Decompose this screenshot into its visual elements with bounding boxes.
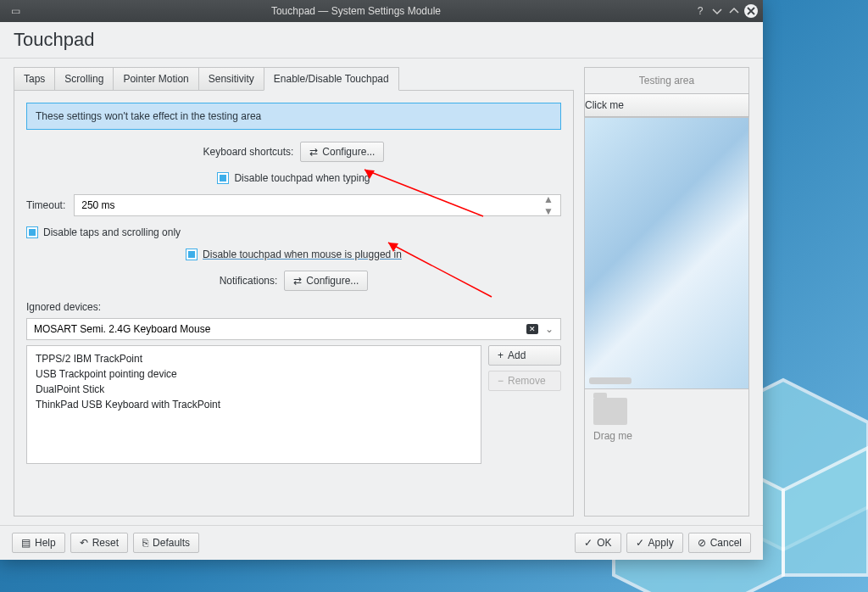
- apply-button[interactable]: ✓Apply: [626, 533, 683, 553]
- dragme-label: Drag me: [593, 430, 632, 442]
- testing-scrollbar[interactable]: [589, 377, 632, 384]
- reset-button[interactable]: ↶Reset: [70, 533, 128, 553]
- disable-taps-scroll-label: Disable taps and scrolling only: [43, 226, 181, 238]
- tab-content: These settings won't take effect in the …: [14, 90, 574, 517]
- remove-device-button: − Remove: [488, 371, 561, 391]
- timeout-value: 250 ms: [81, 199, 543, 211]
- configure-notifications-label: Configure...: [306, 275, 359, 287]
- cancel-x-icon: ⊘: [698, 537, 706, 549]
- defaults-button[interactable]: ⎘Defaults: [133, 533, 199, 553]
- list-item[interactable]: ThinkPad USB Keyboard with TrackPoint: [36, 397, 472, 412]
- list-item[interactable]: TPPS/2 IBM TrackPoint: [36, 351, 472, 366]
- window-title: Touchpad — System Settings Module: [22, 5, 690, 17]
- configure-shortcuts-label: Configure...: [322, 146, 375, 158]
- configure-icon: ⇄: [309, 146, 318, 158]
- cancel-button[interactable]: ⊘Cancel: [688, 533, 751, 553]
- check-icon: ✓: [584, 537, 593, 549]
- configure-shortcuts-button[interactable]: ⇄ Configure...: [300, 142, 384, 162]
- testing-area-header: Testing area: [584, 67, 749, 93]
- timeout-label: Timeout:: [26, 199, 65, 211]
- minus-icon: −: [498, 375, 504, 387]
- testing-area[interactable]: [584, 117, 749, 389]
- touchpad-app-icon: ▭: [8, 4, 22, 18]
- list-item[interactable]: USB Trackpoint pointing device: [36, 366, 472, 382]
- plus-icon: +: [498, 349, 504, 361]
- settings-window: ▭ Touchpad — System Settings Module ? To…: [0, 0, 763, 560]
- tab-sensitivity[interactable]: Sensitivity: [198, 67, 264, 91]
- minimize-icon[interactable]: [710, 4, 724, 18]
- configure-icon: ⇄: [293, 275, 302, 287]
- spinbox-arrows[interactable]: ▲▼: [543, 193, 554, 217]
- disable-typing-checkbox-row[interactable]: Disable touchpad when typing: [217, 172, 370, 184]
- help-book-icon: ▤: [21, 537, 31, 549]
- disable-mouse-label: Disable touchpad when mouse is plugged i…: [203, 249, 402, 260]
- disable-typing-label: Disable touchpad when typing: [234, 172, 370, 184]
- help-button[interactable]: ▤Help: [12, 533, 65, 553]
- timeout-spinbox[interactable]: 250 ms ▲▼: [74, 194, 561, 216]
- document-icon: ⎘: [142, 537, 148, 549]
- footer: ▤Help ↶Reset ⎘Defaults ✓OK ✓Apply ⊘Cance…: [0, 525, 763, 560]
- tab-pointer-motion[interactable]: Pointer Motion: [113, 67, 198, 91]
- clickme-button[interactable]: Click me: [584, 93, 749, 117]
- tab-enable-disable[interactable]: Enable/Disable Touchpad: [264, 67, 399, 91]
- folder-icon[interactable]: [593, 398, 627, 425]
- shortcuts-label: Keyboard shortcuts:: [203, 146, 294, 158]
- ignored-devices-label: Ignored devices:: [26, 301, 561, 313]
- checkbox-icon: [26, 226, 38, 238]
- configure-notifications-button[interactable]: ⇄ Configure...: [284, 271, 368, 291]
- main-column: Taps Scrolling Pointer Motion Sensitivit…: [14, 67, 574, 517]
- notifications-label: Notifications:: [220, 275, 278, 287]
- page-title: Touchpad: [0, 22, 763, 59]
- testing-column: Testing area Click me Drag me: [584, 67, 749, 517]
- checkbox-icon: [217, 172, 229, 184]
- ignored-devices-combo[interactable]: MOSART Semi. 2.4G Keyboard Mouse ✕ ⌄: [26, 318, 561, 340]
- ok-button[interactable]: ✓OK: [575, 533, 620, 553]
- add-button-label: Add: [508, 349, 526, 361]
- tab-taps[interactable]: Taps: [14, 67, 55, 91]
- tab-scrolling[interactable]: Scrolling: [54, 67, 114, 91]
- ignored-combo-value: MOSART Semi. 2.4G Keyboard Mouse: [34, 323, 526, 335]
- clear-icon[interactable]: ✕: [526, 324, 538, 334]
- checkbox-icon: [186, 249, 198, 260]
- maximize-icon[interactable]: [727, 4, 741, 18]
- add-device-button[interactable]: + Add: [488, 345, 561, 366]
- clickme-label: Click me: [585, 99, 624, 111]
- undo-icon: ↶: [80, 537, 88, 549]
- list-item[interactable]: DualPoint Stick: [36, 382, 472, 397]
- drag-target-area[interactable]: Drag me: [584, 389, 749, 517]
- tab-bar: Taps Scrolling Pointer Motion Sensitivit…: [14, 67, 574, 91]
- ignored-devices-list[interactable]: TPPS/2 IBM TrackPoint USB Trackpoint poi…: [26, 345, 481, 464]
- info-banner: These settings won't take effect in the …: [26, 103, 561, 130]
- titlebar: ▭ Touchpad — System Settings Module ?: [0, 0, 763, 22]
- disable-mouse-checkbox-row[interactable]: Disable touchpad when mouse is plugged i…: [186, 249, 402, 260]
- chevron-down-icon[interactable]: ⌄: [545, 323, 554, 335]
- help-icon[interactable]: ?: [693, 4, 707, 18]
- remove-button-label: Remove: [508, 375, 546, 387]
- check-icon: ✓: [636, 537, 644, 549]
- close-icon[interactable]: [744, 4, 758, 18]
- disable-taps-scroll-checkbox-row[interactable]: Disable taps and scrolling only: [26, 226, 181, 238]
